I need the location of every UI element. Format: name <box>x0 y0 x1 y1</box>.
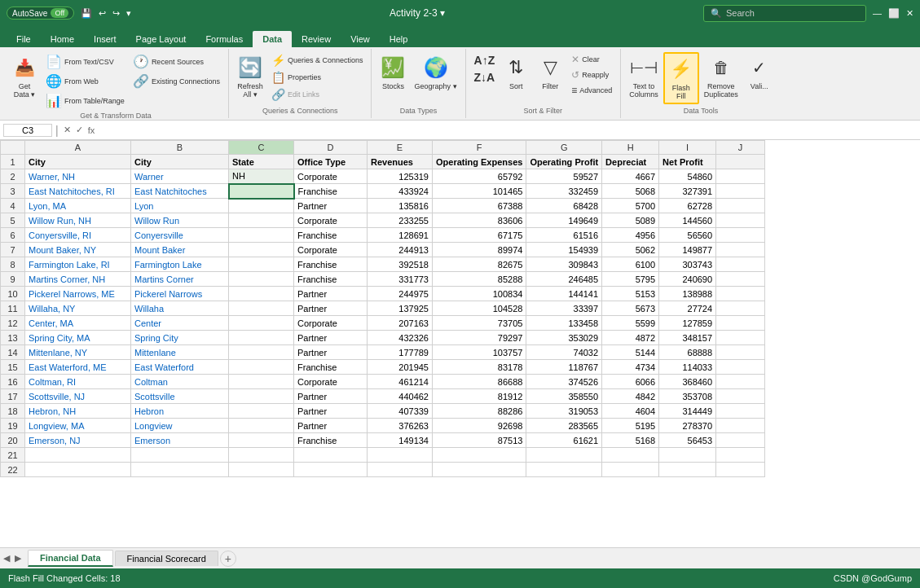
cell-22-9[interactable] <box>716 463 765 477</box>
cell-22-4[interactable] <box>368 463 433 477</box>
row-header-9[interactable]: 9 <box>1 272 25 287</box>
cell-9-3[interactable]: Franchise <box>294 272 368 287</box>
cell-16-3[interactable]: Corporate <box>294 375 368 389</box>
cell-10-5[interactable]: 100834 <box>433 287 526 301</box>
cell-13-5[interactable]: 79297 <box>433 331 526 345</box>
cell-5-5[interactable]: 83606 <box>433 213 526 228</box>
filter-button[interactable]: ▽ Filter <box>534 52 566 93</box>
cell-15-0[interactable]: East Waterford, ME <box>25 360 131 375</box>
cell-17-0[interactable]: Scottsville, NJ <box>25 389 131 404</box>
cell-11-2[interactable] <box>229 301 294 316</box>
cell-13-0[interactable]: Spring City, MA <box>25 331 131 345</box>
row-header-6[interactable]: 6 <box>1 228 25 243</box>
cell-8-5[interactable]: 82675 <box>433 257 526 272</box>
cell-1-6[interactable]: Operating Profit <box>526 155 602 169</box>
reapply-button[interactable]: ↺ Reapply <box>568 68 615 82</box>
cell-21-8[interactable] <box>659 448 716 463</box>
cell-16-7[interactable]: 6066 <box>602 375 659 389</box>
cell-10-3[interactable]: Partner <box>294 287 368 301</box>
cell-1-7[interactable]: Depreciat <box>602 155 659 169</box>
tab-file[interactable]: File <box>7 31 41 47</box>
from-table-button[interactable]: 📊 From Table/Range <box>42 91 128 110</box>
cell-20-8[interactable]: 56453 <box>659 433 716 448</box>
cell-9-4[interactable]: 331773 <box>368 272 433 287</box>
recent-sources-button[interactable]: 🕐 Recent Sources <box>130 52 223 71</box>
autosave-toggle[interactable]: AutoSave Off <box>7 7 74 20</box>
cell-19-9[interactable] <box>716 419 765 433</box>
cell-7-7[interactable]: 5062 <box>602 243 659 257</box>
cell-3-3[interactable]: Franchise <box>294 184 368 199</box>
cell-5-9[interactable] <box>716 213 765 228</box>
cell-13-4[interactable]: 432326 <box>368 331 433 345</box>
cell-17-1[interactable]: Scottsville <box>131 389 229 404</box>
name-box[interactable] <box>3 124 52 137</box>
cell-10-2[interactable] <box>229 287 294 301</box>
cell-6-7[interactable]: 4956 <box>602 228 659 243</box>
cell-2-7[interactable]: 4667 <box>602 169 659 184</box>
cell-9-1[interactable]: Martins Corner <box>131 272 229 287</box>
cell-22-1[interactable] <box>131 463 229 477</box>
cell-3-1[interactable]: East Natchitoches <box>131 184 229 199</box>
cell-21-6[interactable] <box>526 448 602 463</box>
stocks-button[interactable]: 💹 Stocks <box>376 52 409 93</box>
cell-4-7[interactable]: 5700 <box>602 199 659 213</box>
validate-button[interactable]: ✓ Vali... <box>743 52 776 93</box>
col-header-B[interactable]: B <box>131 141 229 155</box>
cell-20-5[interactable]: 87513 <box>433 433 526 448</box>
col-header-I[interactable]: I <box>659 141 716 155</box>
cell-21-3[interactable] <box>294 448 368 463</box>
cell-11-0[interactable]: Willaha, NY <box>25 301 131 316</box>
cell-22-3[interactable] <box>294 463 368 477</box>
cell-11-5[interactable]: 104528 <box>433 301 526 316</box>
properties-button[interactable]: 📋 Properties <box>268 69 367 86</box>
cell-14-0[interactable]: Mittenlane, NY <box>25 345 131 360</box>
cell-19-3[interactable]: Partner <box>294 419 368 433</box>
scroll-right-icon[interactable]: ▶ <box>15 553 21 564</box>
cell-10-1[interactable]: Pickerel Narrows <box>131 287 229 301</box>
cell-12-9[interactable] <box>716 316 765 331</box>
cell-18-0[interactable]: Hebron, NH <box>25 404 131 419</box>
cell-5-0[interactable]: Willow Run, NH <box>25 213 131 228</box>
cell-17-2[interactable] <box>229 389 294 404</box>
row-header-11[interactable]: 11 <box>1 301 25 316</box>
cell-9-7[interactable]: 5795 <box>602 272 659 287</box>
cell-22-7[interactable] <box>602 463 659 477</box>
cell-6-0[interactable]: Conyersville, RI <box>25 228 131 243</box>
tab-page-layout[interactable]: Page Layout <box>126 31 196 47</box>
cell-8-3[interactable]: Franchise <box>294 257 368 272</box>
advanced-button[interactable]: ≡ Advanced <box>568 83 615 98</box>
cell-16-1[interactable]: Coltman <box>131 375 229 389</box>
cell-1-0[interactable]: City <box>25 155 131 169</box>
row-header-13[interactable]: 13 <box>1 331 25 345</box>
cell-6-1[interactable]: Conyersville <box>131 228 229 243</box>
col-header-H[interactable]: H <box>602 141 659 155</box>
cell-21-5[interactable] <box>433 448 526 463</box>
from-text-button[interactable]: 📄 From Text/CSV <box>42 52 128 71</box>
cell-12-1[interactable]: Center <box>131 316 229 331</box>
cell-4-3[interactable]: Partner <box>294 199 368 213</box>
cell-14-4[interactable]: 177789 <box>368 345 433 360</box>
cell-7-2[interactable] <box>229 243 294 257</box>
cell-14-1[interactable]: Mittenlane <box>131 345 229 360</box>
cell-3-7[interactable]: 5068 <box>602 184 659 199</box>
cell-18-1[interactable]: Hebron <box>131 404 229 419</box>
cell-3-0[interactable]: East Natchitoches, RI <box>25 184 131 199</box>
cell-15-6[interactable]: 118767 <box>526 360 602 375</box>
cell-6-2[interactable] <box>229 228 294 243</box>
sort-az-button[interactable]: A↑Z <box>471 52 499 68</box>
cell-17-7[interactable]: 4842 <box>602 389 659 404</box>
row-header-15[interactable]: 15 <box>1 360 25 375</box>
cell-22-6[interactable] <box>526 463 602 477</box>
cell-4-8[interactable]: 62728 <box>659 199 716 213</box>
cell-12-6[interactable]: 133458 <box>526 316 602 331</box>
cell-20-0[interactable]: Emerson, NJ <box>25 433 131 448</box>
cell-14-3[interactable]: Partner <box>294 345 368 360</box>
cell-8-8[interactable]: 303743 <box>659 257 716 272</box>
sort-button[interactable]: ⇅ Sort <box>500 52 532 93</box>
cell-1-8[interactable]: Net Profit <box>659 155 716 169</box>
cell-21-0[interactable] <box>25 448 131 463</box>
cell-21-9[interactable] <box>716 448 765 463</box>
cell-12-5[interactable]: 73705 <box>433 316 526 331</box>
cell-1-2[interactable]: State <box>229 155 294 169</box>
cell-8-9[interactable] <box>716 257 765 272</box>
